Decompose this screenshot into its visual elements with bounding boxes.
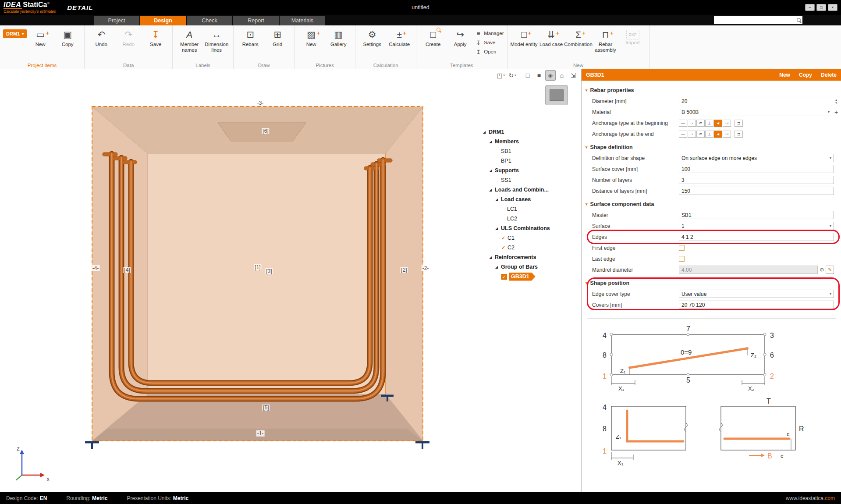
tree-item-uls-combinations[interactable]: ◢ULS Combinations [483,224,575,233]
tree-item-lc2[interactable]: LC2 [483,214,575,224]
orbit-tool-button[interactable]: ↻▾ [507,70,518,81]
template-open-button[interactable]: ↥ Open [475,48,504,56]
anchorage-bend-icon[interactable]: ⊂ [696,120,705,127]
model-entity-button[interactable]: □+ Model entity [511,27,538,47]
tree-item-members[interactable]: ◢Members [483,137,575,146]
anchorage-head-icon-selected[interactable]: ◄ [714,131,722,138]
anchorage-straight-icon[interactable]: — [679,131,687,138]
tree-item-drm1[interactable]: ◢DRM1 [483,127,575,137]
tree-item-sb1[interactable]: SB1 [483,146,575,156]
last-edge-checkbox[interactable] [679,256,685,262]
load-case-button[interactable]: ⇊+ Load case [538,27,565,47]
save-button[interactable]: ↧ Save [142,27,169,47]
minimize-button[interactable]: – [805,4,815,11]
tab-design[interactable]: Design [140,16,186,25]
anchorage-stirrup-icon[interactable]: ⊐ [735,131,743,138]
anchorage-head-icon-selected[interactable]: ◄ [714,120,722,127]
number-of-layers-input[interactable] [679,176,834,184]
anchorage-loop-icon[interactable]: ⊥ [705,131,713,138]
edges-input[interactable] [679,233,834,241]
expander-icon[interactable]: ◢ [489,140,495,144]
design-code-status[interactable]: Design Code:EN [6,495,47,501]
expander-icon[interactable]: ◢ [495,198,501,202]
units-status[interactable]: Presentation Units:Metric [127,495,188,501]
rebar-assembly-button[interactable]: ⊓+ Rebar assembly [592,27,619,53]
solid-view-button[interactable]: ■ [534,70,544,81]
expander-icon[interactable]: ◢ [489,169,495,173]
tab-project[interactable]: Project [94,16,139,25]
tree-item-lc1[interactable]: LC1 [483,204,575,214]
tree-item-load-cases[interactable]: ◢Load cases [483,195,575,204]
checkbox-checked-icon[interactable]: ✓ [501,274,507,280]
surface-select[interactable]: 1 ▾ [679,222,834,230]
edit-mandrel-button[interactable]: ✎ [826,266,834,274]
section-rebar-properties[interactable]: ▾ Rebar properties [582,85,841,96]
anchorage-straight-icon[interactable]: — [679,120,687,127]
edge-cover-type-select[interactable]: User value ▾ [679,290,834,298]
drm1-dropdown-button[interactable]: DRM1 ▾ [3,29,27,38]
tree-item-c1[interactable]: ✓C1 [483,233,575,243]
rounding-status[interactable]: Rounding:Metric [66,495,107,501]
website-link[interactable]: www.ideastatica.com [786,495,835,501]
copy-project-item-button[interactable]: ▣ Copy [54,27,81,47]
anchorage-begin-strip[interactable]: — ¬ ⊂ ⊥ ◄ ⊣ ⊐ [679,120,743,127]
expander-icon[interactable]: ◢ [495,265,501,269]
undo-button[interactable]: ↶ Undo [88,27,115,47]
dimension-lines-button[interactable]: ↔ Dimension lines [203,27,230,53]
first-edge-checkbox[interactable] [679,245,685,251]
new-picture-button[interactable]: ▨+ New [298,27,325,47]
layer-distance-input[interactable] [679,187,834,195]
view-cube[interactable] [545,85,568,105]
expander-icon[interactable]: ◢ [495,227,501,231]
close-button[interactable]: × [828,4,837,11]
copy-rebar-button[interactable]: Copy [799,72,812,78]
redo-button[interactable]: ↷ Redo [115,27,142,47]
tab-materials[interactable]: Materials [280,16,325,25]
tree-item-reinforcements[interactable]: ◢Reinforcements [483,252,575,262]
anchorage-stirrup-icon[interactable]: ⊐ [735,120,743,127]
anchorage-plate-icon[interactable]: ⊣ [723,120,731,127]
wireframe-view-button[interactable]: □ [522,70,533,81]
diameter-spinner[interactable]: ▴▾ [833,98,839,104]
diameter-input[interactable] [679,97,832,105]
search-input[interactable] [717,18,796,23]
bar-shape-select[interactable]: On surface edge on more edges ▾ [679,154,834,162]
new-rebar-button[interactable]: New [779,72,790,78]
expander-icon[interactable]: ◢ [489,256,495,259]
anchorage-end-strip[interactable]: — ¬ ⊂ ⊥ ◄ ⊣ ⊐ [679,131,743,138]
tree-item-ss1[interactable]: SS1 [483,175,575,185]
search-icon[interactable] [796,18,802,23]
mandrel-diameter-input[interactable] [679,266,818,274]
section-surface-component-data[interactable]: ▾ Surface component data [582,199,841,209]
rebars-button[interactable]: ⊡ Rebars [237,27,264,47]
anchorage-bend-icon[interactable]: ⊂ [696,131,705,138]
checkmark-icon[interactable]: ✓ [501,235,507,241]
new-project-item-button[interactable]: ▭+ New [27,27,54,47]
anchorage-loop-icon[interactable]: ⊥ [705,120,713,127]
view-cube-face[interactable] [550,89,564,101]
section-shape-definition[interactable]: ▾ Shape definition [582,142,841,153]
3d-viewport[interactable]: -3- -2- -1- -4- [6] [4] [1] [3] [2] [5] … [0,69,581,492]
anchorage-hook-icon[interactable]: ¬ [688,120,696,127]
dxf-import-button[interactable]: DXF Import [619,27,646,46]
checkmark-icon[interactable]: ✓ [501,245,507,251]
grid-button[interactable]: ⊞ Grid [264,27,291,47]
create-template-button[interactable]: □ Create [419,27,447,47]
tree-item-gb3d1[interactable]: ✓GB3D1 [483,272,575,281]
tree-item-supports[interactable]: ◢Supports [483,166,575,175]
covers-input[interactable] [679,301,834,309]
home-view-button[interactable]: ⌂ [557,70,567,81]
tab-check[interactable]: Check [187,16,232,25]
maximize-button[interactable]: □ [816,4,826,11]
section-shape-position[interactable]: ▾ Shape position [582,278,841,288]
tree-item-group-of-bars[interactable]: ◢Group of Bars [483,262,575,272]
gallery-button[interactable]: ▥ Gallery [325,27,352,47]
expander-icon[interactable]: ◢ [489,188,495,192]
tree-item-bp1[interactable]: BP1 [483,156,575,166]
anchorage-plate-icon[interactable]: ⊣ [723,131,731,138]
add-material-button[interactable]: + [833,109,839,116]
expander-icon[interactable]: ◢ [483,130,489,134]
delete-rebar-button[interactable]: Delete [821,72,837,78]
apply-template-button[interactable]: ↪ Apply [447,27,474,47]
calculate-button[interactable]: ±+ Calculate [386,27,413,47]
